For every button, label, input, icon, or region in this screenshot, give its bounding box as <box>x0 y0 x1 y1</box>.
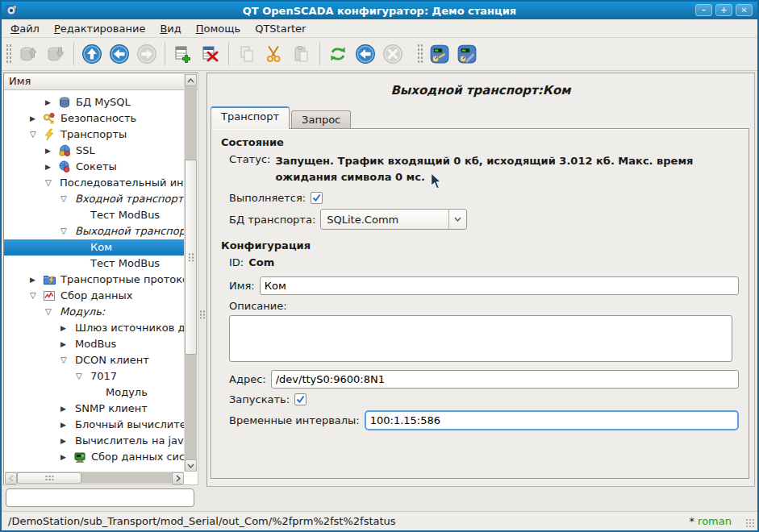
resize-grip-icon[interactable] <box>745 518 755 528</box>
name-row: Имя: <box>229 276 739 295</box>
collapse-icon[interactable]: ▽ <box>30 127 43 143</box>
menu-item-view[interactable]: Вид <box>154 21 186 36</box>
qtstarter-dev-button[interactable] <box>427 42 452 66</box>
tree-item[interactable]: ▽Входной транспорт <box>4 191 184 207</box>
tree-item[interactable]: ▶Сокеты <box>4 159 184 175</box>
tree-vertical-scrollbar[interactable] <box>184 74 197 472</box>
tree-item[interactable]: ▽Последовательный инт <box>4 175 184 191</box>
tree-item[interactable]: ▽Выходной транспор <box>4 223 184 239</box>
up-level-button[interactable] <box>80 42 104 66</box>
address-label: Адрес: <box>229 373 266 385</box>
security-icon <box>43 112 59 125</box>
toolbar-handle[interactable] <box>417 44 423 64</box>
expand-icon[interactable]: ▶ <box>45 159 58 175</box>
status-value: Запущен. Трафик входящий 0 кб, исходящий… <box>275 153 739 185</box>
tree-item[interactable]: ▶Транспортные протоко <box>4 272 184 288</box>
description-textarea[interactable] <box>229 315 732 362</box>
menu-item-help[interactable]: Помощь <box>190 21 246 36</box>
running-checkbox[interactable] <box>311 192 323 204</box>
forward-circle-icon <box>136 44 157 64</box>
expand-icon[interactable]: ▶ <box>60 449 73 465</box>
tree-item[interactable]: ▶SSL <box>4 143 184 159</box>
toolbar-handle[interactable] <box>6 44 12 64</box>
menu-item-edit[interactable]: Редактирование <box>48 21 151 36</box>
qtstarter-config-button[interactable] <box>455 42 479 66</box>
transport-db-select[interactable]: SQLite.Comm <box>320 209 467 230</box>
tree-item[interactable]: ▽7017 <box>4 368 184 384</box>
lightning-icon <box>43 128 59 141</box>
add-item-button[interactable] <box>171 42 195 66</box>
tree-horizontal-scrollbar[interactable] <box>5 472 184 484</box>
scrollbar-thumb[interactable] <box>17 472 81 484</box>
tree-item[interactable]: ▶БД MySQL <box>4 94 184 110</box>
tree-item[interactable]: ▶SNMP клиент <box>4 401 184 417</box>
expand-icon[interactable]: ▶ <box>60 336 73 352</box>
scrollbar-thumb[interactable] <box>185 160 197 355</box>
collapse-icon[interactable]: ▽ <box>60 223 73 239</box>
expand-icon[interactable]: ▶ <box>45 94 58 110</box>
collapse-icon[interactable]: ▽ <box>45 175 58 191</box>
tree-item[interactable]: ▶Шлюз источников д <box>4 320 184 336</box>
chevron-down-icon[interactable] <box>448 210 466 229</box>
collapse-icon[interactable]: ▽ <box>60 191 73 207</box>
expand-icon[interactable]: ▶ <box>30 272 43 288</box>
to-start-label: Запускать: <box>229 393 290 405</box>
tree-item[interactable]: Ком <box>4 239 184 256</box>
name-input[interactable] <box>260 276 739 295</box>
collapse-icon[interactable]: ▽ <box>60 352 73 368</box>
tab-content: Состояние Статус: Запущен. Трафик входящ… <box>211 128 749 479</box>
system-daq-icon <box>73 451 90 463</box>
maximize-button[interactable]: + <box>715 4 732 16</box>
menu-item-qtstarter[interactable]: QTStarter <box>249 21 311 36</box>
tree-body: ▶БД MySQL▶Безопасность▽Транспорты▶SSL▶Со… <box>4 91 184 472</box>
expand-icon[interactable]: ▶ <box>60 417 73 433</box>
tree-item-label: Блочный вычислите <box>75 417 184 433</box>
titlebar[interactable]: QT OpenSCADA конфигуратор: Демо станция … <box>2 2 757 19</box>
back-button[interactable] <box>107 42 131 66</box>
panel-splitter[interactable] <box>198 73 206 485</box>
tree-item[interactable]: ▶Вычислитель на java <box>4 433 184 449</box>
scroll-up-icon[interactable] <box>185 74 197 86</box>
user-name: roman <box>698 515 732 527</box>
tree-item[interactable]: ▽Сбор данных <box>4 288 184 304</box>
timings-input[interactable] <box>365 410 739 430</box>
reload-button[interactable] <box>326 42 350 66</box>
tree-item-label: Входной транспорт <box>75 191 183 207</box>
expand-icon[interactable]: ▶ <box>45 143 58 159</box>
tree-item[interactable]: ▶ModBus <box>4 336 184 352</box>
cut-button[interactable] <box>262 42 286 66</box>
tab-request[interactable]: Запрос <box>291 110 351 129</box>
tree-item-label: Ком <box>90 239 112 256</box>
expand-icon[interactable]: ▶ <box>60 401 73 417</box>
id-value: Com <box>248 256 274 268</box>
close-button[interactable]: ✕ <box>736 4 753 16</box>
start-button[interactable] <box>353 42 377 66</box>
scroll-down-icon[interactable] <box>185 459 197 472</box>
collapse-icon[interactable]: ▽ <box>30 288 43 304</box>
tree-item[interactable]: Модуль <box>4 384 184 401</box>
tree-item[interactable]: Тест ModBus <box>4 207 184 223</box>
tree-item[interactable]: ▶Сбор данных сис <box>4 449 184 465</box>
tree-item[interactable]: ▶Безопасность <box>4 110 184 127</box>
scroll-left-icon[interactable] <box>5 472 17 484</box>
expand-icon[interactable]: ▶ <box>30 110 43 127</box>
delete-item-button[interactable] <box>198 42 223 66</box>
to-start-checkbox[interactable] <box>294 393 307 405</box>
tree-item[interactable]: ▽Модуль: <box>4 304 184 320</box>
tree-item-label: Выходной транспор <box>75 223 184 239</box>
tree-filter-input[interactable] <box>6 488 194 507</box>
tree-item[interactable]: ▽Транспорты <box>4 127 184 143</box>
scroll-right-icon[interactable] <box>172 472 184 484</box>
expand-icon[interactable]: ▶ <box>60 433 73 449</box>
tab-transport[interactable]: Транспорт <box>211 106 290 129</box>
minimize-button[interactable]: – <box>695 4 712 16</box>
collapse-icon[interactable]: ▽ <box>45 304 58 320</box>
tree-item[interactable]: ▽DCON клиент <box>4 352 184 368</box>
collapse-icon[interactable]: ▽ <box>76 368 89 384</box>
address-input[interactable] <box>271 370 739 389</box>
tree-item-label: Транспортные протоко <box>60 272 184 288</box>
tree-item[interactable]: Тест ModBus <box>4 256 184 272</box>
menu-item-file[interactable]: Файл <box>5 21 45 36</box>
tree-item[interactable]: ▶Блочный вычислите <box>4 417 184 433</box>
expand-icon[interactable]: ▶ <box>60 320 73 336</box>
